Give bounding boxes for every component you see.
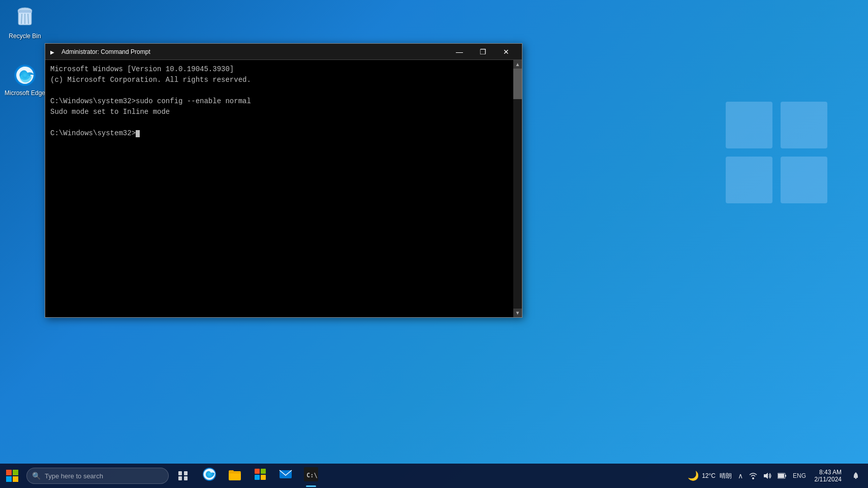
svg-rect-23 xyxy=(229,472,241,473)
task-view-button[interactable] xyxy=(171,464,195,488)
taskbar-app-mail[interactable] xyxy=(273,464,298,488)
recycle-bin-label: Recycle Bin xyxy=(9,33,41,41)
cmd-window-icon: ▶ xyxy=(49,48,57,56)
taskbar-apps: C:\ xyxy=(195,464,681,488)
cmd-restore-button[interactable]: ❐ xyxy=(471,44,494,60)
weather-widget[interactable]: 🌙 12°C 晴朗 xyxy=(686,470,734,481)
cmd-content[interactable]: Microsoft Windows [Version 10.0.19045.39… xyxy=(45,60,513,317)
battery-icon[interactable] xyxy=(776,473,789,479)
taskbar-search[interactable]: 🔍 Type here to search xyxy=(26,468,169,484)
windows-logo-watermark xyxy=(726,102,827,205)
taskbar-mail-icon xyxy=(278,467,293,484)
cmd-minimize-button[interactable]: — xyxy=(448,44,471,60)
svg-rect-17 xyxy=(178,471,182,475)
volume-icon[interactable] xyxy=(761,472,773,480)
search-icon: 🔍 xyxy=(32,472,41,480)
cmd-scroll-thumb[interactable] xyxy=(513,69,522,99)
cmd-title: Administrator: Command Prompt xyxy=(61,48,448,55)
taskbar: 🔍 Type here to search xyxy=(0,464,868,488)
cmd-scroll-down[interactable]: ▼ xyxy=(513,309,522,317)
cmd-line-5: Sudo mode set to Inline mode xyxy=(50,107,508,117)
cmd-close-button[interactable]: ✕ xyxy=(494,44,518,60)
svg-line-7 xyxy=(21,14,22,24)
taskbar-store-icon xyxy=(253,467,267,484)
weather-icon: 🌙 xyxy=(688,470,699,481)
edge-label: Microsoft Edge xyxy=(5,89,45,98)
svg-rect-1 xyxy=(781,102,827,148)
svg-rect-36 xyxy=(855,478,857,479)
svg-rect-0 xyxy=(726,102,772,148)
svg-line-9 xyxy=(28,14,28,24)
cmd-window-controls: — ❐ ✕ xyxy=(448,44,518,60)
svg-marker-32 xyxy=(764,473,768,479)
weather-desc: 晴朗 xyxy=(720,472,732,480)
taskbar-explorer-icon xyxy=(228,467,242,484)
svg-rect-15 xyxy=(6,476,12,482)
cmd-scrollbar[interactable]: ▲ ▼ xyxy=(513,60,522,317)
cmd-line-3 xyxy=(50,85,508,96)
svg-rect-2 xyxy=(726,157,772,203)
notification-button[interactable] xyxy=(848,464,864,488)
svg-rect-16 xyxy=(13,476,18,482)
taskbar-app-explorer[interactable] xyxy=(223,464,247,488)
taskbar-cmd-icon: C:\ xyxy=(304,467,318,484)
taskbar-app-edge[interactable] xyxy=(197,464,222,488)
cmd-line-4: C:\Windows\system32>sudo config --enable… xyxy=(50,96,508,107)
desktop: Recycle Bin Microsoft Edge xyxy=(0,0,868,488)
svg-point-31 xyxy=(752,477,754,479)
cmd-line-7: C:\Windows\system32> xyxy=(50,128,508,139)
network-icon[interactable] xyxy=(747,472,759,480)
taskbar-clock[interactable]: 8:43 AM 2/11/2024 xyxy=(810,464,846,488)
clock-date: 2/11/2024 xyxy=(815,476,842,483)
svg-rect-25 xyxy=(261,469,266,474)
language-text: ENG xyxy=(793,472,806,479)
svg-text:C:\: C:\ xyxy=(306,472,318,479)
recycle-bin-icon[interactable]: Recycle Bin xyxy=(2,4,48,43)
svg-rect-24 xyxy=(255,469,260,474)
taskbar-app-cmd[interactable]: C:\ xyxy=(299,464,323,488)
taskbar-edge-icon xyxy=(202,467,216,484)
svg-rect-35 xyxy=(778,474,784,478)
svg-rect-19 xyxy=(178,476,182,480)
search-placeholder: Type here to search xyxy=(45,472,103,480)
cmd-line-2: (c) Microsoft Corporation. All rights re… xyxy=(50,75,508,85)
svg-rect-34 xyxy=(785,475,786,477)
svg-rect-3 xyxy=(781,157,827,203)
cmd-scroll-up[interactable]: ▲ xyxy=(513,60,522,69)
chevron-up-icon: ∧ xyxy=(738,472,743,480)
svg-rect-18 xyxy=(184,471,188,475)
cmd-body: Microsoft Windows [Version 10.0.19045.39… xyxy=(45,60,522,317)
taskbar-right: 🌙 12°C 晴朗 ∧ xyxy=(681,464,868,488)
taskbar-app-store[interactable] xyxy=(248,464,272,488)
svg-rect-13 xyxy=(6,470,12,475)
weather-temp: 12°C xyxy=(702,472,716,479)
svg-rect-26 xyxy=(255,475,260,480)
edge-image xyxy=(13,63,37,87)
edge-desktop-icon[interactable]: Microsoft Edge xyxy=(2,61,48,100)
systray-chevron[interactable]: ∧ xyxy=(736,472,745,480)
svg-rect-14 xyxy=(13,470,18,475)
svg-rect-6 xyxy=(18,11,32,13)
cmd-cursor xyxy=(136,130,140,137)
cmd-titlebar[interactable]: ▶ Administrator: Command Prompt — ❐ ✕ xyxy=(45,44,522,60)
recycle-bin-image xyxy=(13,6,37,30)
cmd-window: ▶ Administrator: Command Prompt — ❐ ✕ Mi… xyxy=(45,43,522,318)
cmd-scroll-track[interactable] xyxy=(513,69,522,309)
svg-text:▶: ▶ xyxy=(50,48,54,56)
clock-time: 8:43 AM xyxy=(819,469,842,476)
svg-rect-20 xyxy=(184,476,188,480)
cmd-line-6 xyxy=(50,117,508,128)
start-button[interactable] xyxy=(0,464,24,488)
svg-rect-27 xyxy=(261,475,266,480)
cmd-line-1: Microsoft Windows [Version 10.0.19045.39… xyxy=(50,64,508,75)
language-indicator[interactable]: ENG xyxy=(791,472,808,479)
